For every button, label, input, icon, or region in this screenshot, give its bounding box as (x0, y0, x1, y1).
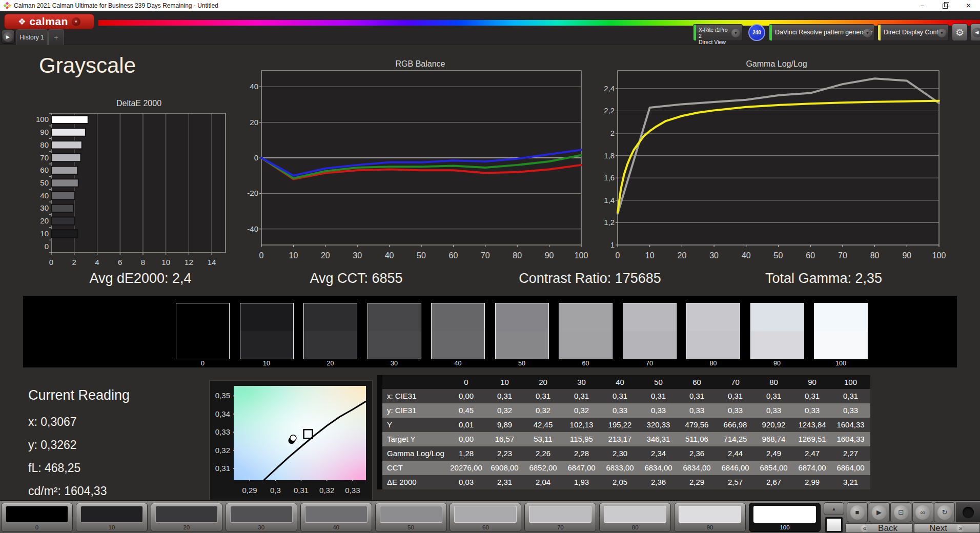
pattern-patch-30[interactable]: 30 (226, 503, 297, 532)
deltae-bar-30 (51, 204, 73, 212)
table-cell: 320,33 (639, 418, 678, 432)
table-cell: 1,28 (447, 446, 485, 461)
arrow-right-icon: ▶ (3, 32, 13, 42)
pattern-patch-80[interactable]: 80 (599, 503, 671, 532)
pattern-window-button[interactable]: ⊡ (890, 502, 911, 522)
table-cell: 6846,00 (716, 461, 754, 475)
back-button[interactable]: « Back (845, 523, 913, 533)
reading-x: x: 0,3067 (28, 415, 77, 429)
svg-text:20: 20 (321, 251, 330, 260)
svg-text:30: 30 (40, 203, 49, 212)
pattern-patch-60[interactable]: 60 (450, 503, 521, 532)
reading-y: y: 0,3262 (28, 438, 77, 452)
close-button[interactable]: ✕ (957, 0, 980, 11)
restore-button[interactable] (934, 0, 957, 11)
meter-dropdown[interactable]: X-Rite i1Pro 2 Direct View ▼ (693, 24, 743, 41)
table-cell: 0,31 (678, 389, 716, 403)
collapse-panel-button[interactable]: ◀ (970, 24, 980, 41)
svg-text:50: 50 (417, 251, 426, 260)
table-cell: 2,49 (754, 446, 793, 461)
pattern-patch-100[interactable]: 100 (749, 503, 821, 532)
pattern-patch-10[interactable]: 10 (76, 503, 148, 532)
tab-history-1[interactable]: History 1 (16, 29, 48, 45)
calman-logo-text: calman (29, 15, 68, 28)
svg-text:10: 10 (289, 251, 298, 260)
svg-text:0,33: 0,33 (215, 427, 230, 436)
svg-text:-20: -20 (247, 189, 258, 197)
add-tab-button[interactable]: + (48, 29, 64, 45)
pattern-window-icon: ⊡ (894, 505, 908, 520)
actual-swatch (559, 303, 612, 331)
refresh-button[interactable]: ↻ (934, 502, 955, 522)
next-button[interactable]: Next » (914, 523, 980, 533)
pattern-patch-70[interactable]: 70 (524, 503, 596, 532)
pattern-patch-50[interactable]: 50 (375, 503, 447, 532)
svg-text:14: 14 (208, 258, 216, 266)
table-cell: 213,17 (601, 432, 639, 446)
pattern-patch-90[interactable]: 90 (674, 503, 746, 532)
gear-icon: ⚙ (955, 27, 964, 38)
continuous-button[interactable]: ∞ (912, 502, 933, 522)
svg-text:90: 90 (545, 251, 554, 260)
pattern-patch-40[interactable]: 40 (300, 503, 372, 532)
svg-text:60: 60 (806, 251, 815, 260)
actual-swatch (240, 303, 293, 331)
svg-text:40: 40 (250, 82, 258, 91)
column-header: 100 (831, 375, 870, 389)
target-swatch (176, 331, 229, 359)
table-cell: 511,06 (678, 432, 716, 446)
svg-text:30: 30 (353, 251, 362, 260)
svg-text:0,32: 0,32 (319, 486, 334, 495)
layout-nav-button[interactable]: ▶ (1, 30, 15, 44)
swatch-70 (623, 303, 677, 359)
swatch-level-label: 80 (686, 360, 740, 367)
svg-text:10: 10 (161, 258, 170, 266)
grayscale-table: 0102030405060708090100x: CIE310,000,310,… (377, 375, 870, 489)
reading-fl: fL: 468,25 (28, 461, 80, 475)
expand-patterns-button[interactable]: ▲ (824, 502, 844, 515)
pattern-source-dropdown[interactable]: DaVinci Resolve pattern generator ▼ (769, 24, 874, 41)
row-label: Gamma Log/Log (382, 446, 447, 461)
stop-button[interactable]: ■ (847, 502, 868, 522)
table-cell: 115,95 (562, 432, 601, 446)
svg-text:60: 60 (40, 166, 49, 174)
patch-swatch (454, 506, 517, 523)
table-cell: 0,45 (447, 403, 485, 418)
svg-text:40: 40 (40, 191, 49, 200)
target-swatch (240, 331, 293, 359)
svg-text:10: 10 (40, 229, 49, 238)
window-titlebar: Calman 2021 Calman Ultimate for Business… (0, 0, 980, 11)
table-cell: 2,36 (678, 446, 716, 461)
svg-text:50: 50 (40, 178, 49, 187)
settings-button[interactable]: ⚙ (952, 24, 968, 41)
table-cell: 6864,00 (831, 461, 870, 475)
meter-interval-badge: 240 (748, 24, 765, 41)
svg-text:40: 40 (742, 251, 751, 260)
swatch-30 (368, 303, 421, 359)
table-cell: 2,44 (716, 446, 754, 461)
table-cell: 6834,00 (678, 461, 716, 475)
svg-text:0,31: 0,31 (215, 464, 230, 473)
deltae-bar-70 (51, 154, 80, 161)
pattern-toolbar: 0102030405060708090100 ▲ ■▶⊡∞↻ « Back Ne… (0, 500, 980, 533)
deltae-bar-50 (51, 179, 78, 187)
display-control-dropdown[interactable]: Direct Display Control ▼ (877, 24, 949, 41)
table-gutter (377, 375, 382, 389)
table-cell: 0,33 (639, 403, 678, 418)
table-cell: 0,00 (447, 389, 485, 403)
table-cell: 346,31 (639, 432, 678, 446)
table-cell: 42,45 (524, 418, 562, 432)
table-cell: 0,32 (485, 403, 524, 418)
row-label: Target Y (382, 432, 447, 446)
actual-swatch (496, 303, 548, 331)
chevron-down-icon: ▼ (863, 29, 872, 37)
minimize-button[interactable]: – (911, 0, 934, 11)
row-label: Y (382, 418, 447, 432)
svg-text:80: 80 (870, 251, 880, 260)
svg-text:2,2: 2,2 (604, 106, 615, 115)
pattern-patch-20[interactable]: 20 (151, 503, 222, 532)
table-cell: 666,98 (716, 418, 754, 432)
pattern-patch-0[interactable]: 0 (1, 503, 73, 532)
play-button[interactable]: ▶ (869, 502, 890, 522)
calman-menu-button[interactable]: ❖ calman ▾ (4, 14, 94, 29)
